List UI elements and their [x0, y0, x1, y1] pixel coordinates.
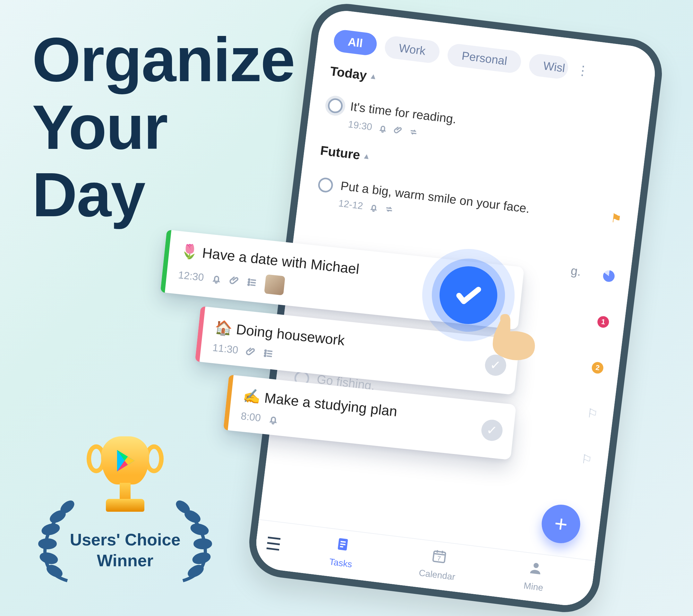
- task-card-time: 11:30: [212, 342, 239, 356]
- svg-point-4: [60, 500, 74, 514]
- task-emoji: ✍️: [242, 388, 261, 405]
- flag-outline-icon[interactable]: ⚐: [580, 452, 593, 467]
- list-icon: [247, 277, 258, 288]
- task-card-title: Doing housework: [236, 321, 345, 348]
- trophy-icon: [90, 436, 160, 520]
- task-time: 19:30: [348, 119, 373, 133]
- task-card-time: 8:00: [240, 410, 261, 424]
- headline-line-3: Day: [32, 161, 295, 228]
- headline-line-2: Your: [32, 93, 295, 161]
- attachment-icon: [245, 346, 256, 357]
- svg-point-5: [50, 510, 65, 523]
- task-card-time: 12:30: [178, 269, 205, 283]
- nav-tasks[interactable]: Tasks: [292, 531, 392, 574]
- section-future-label: Future: [320, 143, 361, 162]
- play-store-icon: [112, 447, 139, 474]
- filter-chip-personal[interactable]: Personal: [446, 43, 522, 74]
- filter-chip-work[interactable]: Work: [384, 35, 441, 64]
- award-caption-line-1: Users' Choice: [32, 529, 218, 550]
- headline: Organize Your Day: [32, 26, 295, 228]
- flag-icon[interactable]: ⚑: [610, 211, 622, 226]
- chevron-up-icon: ▴: [371, 71, 376, 81]
- priority-badge: 1: [597, 315, 610, 328]
- repeat-icon: [384, 204, 394, 214]
- svg-point-10: [176, 500, 190, 514]
- award-badge: Users' Choice Winner: [32, 436, 218, 571]
- svg-point-23: [248, 281, 250, 283]
- task-date: 12-12: [338, 198, 363, 212]
- flag-outline-icon[interactable]: ⚐: [586, 406, 598, 421]
- filter-chip-wish[interactable]: Wisl: [528, 53, 570, 80]
- nav-mine[interactable]: Mine: [484, 554, 585, 598]
- menu-icon[interactable]: ☰: [264, 533, 282, 555]
- check-icon: [451, 278, 486, 313]
- task-checkbox[interactable]: [327, 98, 343, 114]
- priority-badge: 2: [591, 361, 604, 374]
- task-emoji: 🌷: [180, 242, 199, 260]
- svg-point-11: [184, 510, 200, 523]
- svg-point-27: [264, 355, 266, 356]
- chevron-up-icon: ▴: [364, 151, 369, 161]
- headline-line-1: Organize: [32, 26, 295, 93]
- section-today-label: Today: [329, 64, 368, 83]
- filter-chip-all[interactable]: All: [333, 29, 378, 57]
- attachment-icon: [229, 275, 240, 286]
- person-icon: [527, 559, 544, 580]
- svg-point-25: [265, 350, 266, 351]
- nav-tasks-label: Tasks: [329, 557, 353, 570]
- photo-thumbnail: [264, 274, 285, 296]
- repeat-icon: [409, 127, 418, 137]
- svg-point-24: [248, 284, 249, 285]
- nav-mine-label: Mine: [523, 580, 544, 593]
- task-emoji: 🏠: [214, 319, 233, 336]
- svg-point-21: [533, 562, 539, 568]
- svg-point-26: [265, 352, 266, 354]
- plus-icon: +: [553, 511, 569, 537]
- attachment-icon: [393, 125, 403, 135]
- pointing-hand-icon: [479, 312, 541, 365]
- more-icon[interactable]: ⋮: [576, 63, 591, 79]
- calendar-icon: 7: [430, 547, 448, 568]
- award-caption-line-2: Winner: [32, 550, 218, 571]
- svg-point-22: [249, 279, 250, 280]
- bell-icon: [268, 414, 279, 425]
- nav-calendar-label: Calendar: [418, 568, 456, 582]
- list-icon: [263, 348, 274, 359]
- bell-icon: [369, 202, 379, 212]
- nav-calendar[interactable]: 7 Calendar: [388, 542, 488, 586]
- bell-icon: [378, 123, 388, 133]
- tasks-icon: [334, 535, 352, 556]
- task-checkbox[interactable]: [317, 177, 334, 193]
- bell-icon: [211, 273, 222, 284]
